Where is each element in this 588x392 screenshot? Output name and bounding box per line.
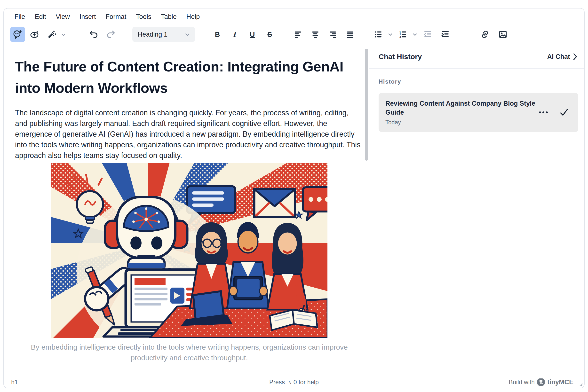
document-heading[interactable]: The Future of Content Creation: Integrat…: [15, 56, 364, 98]
menu-item-insert[interactable]: Insert: [75, 12, 101, 22]
history-item-actions: [538, 109, 570, 116]
menu-item-edit[interactable]: Edit: [30, 12, 51, 22]
history-section-label: History: [379, 78, 584, 85]
indent-button[interactable]: [438, 27, 453, 42]
chevron-down-icon: [61, 32, 67, 37]
chevron-down-icon: [412, 32, 418, 37]
bold-glyph: B: [215, 30, 220, 38]
redo-icon: [106, 29, 116, 40]
sidebar-title: Chat History: [379, 52, 422, 61]
image-button[interactable]: [495, 27, 510, 42]
status-bar: h1 Press ⌥0 for help Build with tinyMCE: [4, 376, 584, 388]
document-figure: By embedding intelligence directly into …: [15, 163, 364, 363]
checkmark-icon: [560, 109, 568, 116]
link-icon: [480, 29, 490, 40]
ai-chat-icon: [13, 29, 23, 40]
editor-scrollbar[interactable]: [364, 44, 369, 376]
menu-item-help[interactable]: Help: [182, 12, 205, 22]
image-icon: [498, 29, 508, 40]
ai-review-icon: [30, 29, 40, 40]
align-justify-icon: [345, 30, 355, 39]
menu-bar: File Edit View Insert Format Tools Table…: [4, 8, 584, 25]
link-button[interactable]: [477, 27, 492, 42]
redo-button[interactable]: [103, 27, 118, 42]
outdent-button[interactable]: [420, 27, 435, 42]
scrollbar-thumb[interactable]: [365, 49, 368, 161]
bullet-list-icon: [373, 30, 383, 39]
numbered-list-button[interactable]: 1 2 3: [396, 27, 411, 42]
history-list-item[interactable]: Reviewing Content Against Company Blog S…: [379, 93, 578, 132]
align-left-icon: [293, 30, 303, 39]
menu-item-table[interactable]: Table: [156, 12, 182, 22]
document-paragraph[interactable]: The landscape of digital content creatio…: [15, 107, 362, 161]
italic-glyph: I: [233, 30, 236, 39]
underline-button[interactable]: U: [245, 27, 260, 42]
align-center-icon: [310, 30, 320, 39]
numbered-list-dropdown[interactable]: [411, 27, 419, 42]
strikethrough-glyph: S: [267, 30, 272, 38]
ai-chat-button[interactable]: [10, 27, 25, 42]
main-area: The Future of Content Creation: Integrat…: [4, 44, 584, 376]
align-justify-button[interactable]: [343, 27, 358, 42]
ai-shortcuts-button[interactable]: [44, 27, 59, 42]
image-caption[interactable]: By embedding intelligence directly into …: [15, 342, 364, 363]
history-item-date: Today: [385, 119, 538, 126]
editor-window: File Edit View Insert Format Tools Table…: [4, 8, 584, 388]
undo-icon: [89, 29, 99, 40]
tinymce-logo-icon: [537, 378, 545, 386]
tinymce-branding[interactable]: Build with tinyMCE: [509, 378, 573, 386]
underline-glyph: U: [250, 30, 255, 38]
ai-chat-link-label: AI Chat: [547, 53, 570, 60]
bullet-list-dropdown[interactable]: [386, 27, 395, 42]
ai-shortcuts-dropdown[interactable]: [59, 27, 68, 42]
chevron-down-icon: [184, 31, 191, 38]
menu-item-view[interactable]: View: [51, 12, 75, 22]
indent-icon: [440, 30, 450, 39]
resize-handle-icon[interactable]: [579, 382, 583, 386]
editor-content[interactable]: The Future of Content Creation: Integrat…: [4, 44, 364, 376]
undo-button[interactable]: [86, 27, 101, 42]
svg-text:3: 3: [399, 35, 401, 38]
menu-item-file[interactable]: File: [10, 12, 30, 22]
menu-item-format[interactable]: Format: [101, 12, 131, 22]
ai-chat-link[interactable]: AI Chat: [547, 53, 577, 60]
align-right-icon: [328, 30, 338, 39]
format-select-value: Heading 1: [138, 31, 168, 38]
branding-prefix: Build with: [509, 379, 535, 386]
magic-wand-icon: [47, 29, 57, 40]
outdent-icon: [423, 30, 433, 39]
format-select[interactable]: Heading 1: [132, 27, 195, 42]
chat-history-sidebar: Chat History AI Chat History Reviewing C…: [369, 44, 584, 376]
align-center-button[interactable]: [308, 27, 323, 42]
chevron-down-icon: [387, 32, 393, 37]
more-options-icon[interactable]: [538, 111, 548, 114]
branding-name: tinyMCE: [547, 378, 573, 386]
ai-review-button[interactable]: [27, 27, 42, 42]
strikethrough-button[interactable]: S: [262, 27, 277, 42]
editor-image[interactable]: [51, 163, 327, 338]
bold-button[interactable]: B: [210, 27, 225, 42]
history-item-title: Reviewing Content Against Company Blog S…: [385, 99, 538, 117]
toolbar: Heading 1 B I U S: [4, 25, 584, 44]
numbered-list-icon: 1 2 3: [398, 30, 408, 39]
sidebar-header-divider: [369, 68, 584, 68]
align-right-button[interactable]: [325, 27, 340, 42]
sidebar-header: Chat History AI Chat: [369, 44, 584, 68]
bullet-list-button[interactable]: [371, 27, 386, 42]
help-shortcut-text: Press ⌥0 for help: [4, 379, 584, 386]
envelope-icon: [254, 189, 295, 217]
align-left-button[interactable]: [290, 27, 305, 42]
history-item-text: Reviewing Content Against Company Blog S…: [385, 99, 538, 126]
italic-button[interactable]: I: [227, 27, 242, 42]
chevron-right-icon: [573, 53, 577, 60]
menu-item-tools[interactable]: Tools: [131, 12, 156, 22]
